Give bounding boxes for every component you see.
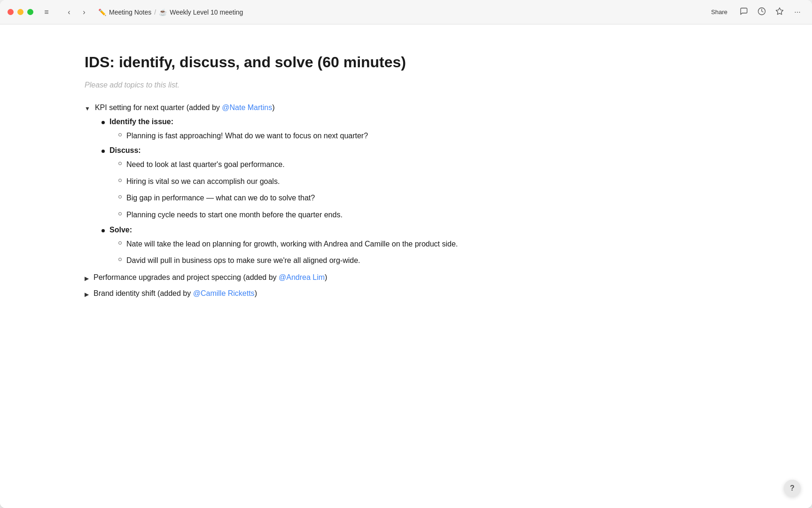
breadcrumb-child-label: Weekly Level 10 meeting (170, 8, 243, 16)
pencil-icon: ✏️ (98, 8, 106, 16)
topic-3-mention: @Camille Ricketts (193, 289, 255, 297)
list-item: Nate will take the lead on planning for … (118, 238, 756, 250)
discuss-item-2: Hiring is vital so we can accomplish our… (126, 175, 280, 188)
share-button[interactable]: Share (705, 6, 733, 18)
topic-list: ▼ KPI setting for next quarter (added by… (85, 103, 756, 299)
list-item: ▼ KPI setting for next quarter (added by… (85, 103, 756, 267)
more-icon: ··· (794, 8, 800, 16)
traffic-lights (8, 9, 33, 15)
section-identify-header: Identify the issue: (102, 118, 756, 126)
topic-1-mention: @Nate Martins (222, 103, 272, 111)
circle-bullet-icon (118, 241, 122, 245)
chevron-down-icon: ▼ (85, 105, 90, 112)
identify-items: Planning is fast approaching! What do we… (118, 130, 756, 142)
breadcrumb-parent[interactable]: ✏️ Meeting Notes (98, 8, 151, 16)
titlebar: ≡ ‹ › ✏️ Meeting Notes / ☕ Weekly Level … (0, 0, 812, 24)
circle-bullet-icon (118, 162, 122, 165)
section-solve-header: Solve: (102, 226, 756, 234)
sidebar-toggle[interactable]: ≡ (40, 6, 53, 19)
topic-1-sections: Identify the issue: Planning is fast app… (102, 118, 756, 267)
minimize-button[interactable] (17, 9, 23, 15)
back-icon: ‹ (68, 8, 70, 16)
list-item: Planning cycle needs to start one month … (118, 209, 756, 221)
list-item: Hiring is vital so we can accomplish our… (118, 175, 756, 188)
topic-1-header[interactable]: ▼ KPI setting for next quarter (added by… (85, 103, 756, 113)
topic-2-label: Performance upgrades and project speccin… (94, 273, 327, 282)
list-item: Big gap in performance — what can we do … (118, 192, 756, 204)
bullet-icon (102, 229, 105, 232)
history-button[interactable] (755, 5, 769, 19)
coffee-icon: ☕ (159, 8, 167, 16)
circle-bullet-icon (118, 212, 122, 215)
circle-bullet-icon (118, 133, 122, 136)
svg-marker-1 (776, 8, 783, 14)
discuss-item-1: Need to look at last quarter's goal perf… (126, 159, 285, 171)
breadcrumb-child[interactable]: ☕ Weekly Level 10 meeting (159, 8, 243, 16)
more-button[interactable]: ··· (790, 5, 804, 19)
comment-button[interactable] (737, 5, 751, 19)
section-discuss: Discuss: Need to look at last quarter's … (102, 146, 756, 221)
forward-button[interactable]: › (78, 6, 91, 19)
maximize-button[interactable] (27, 9, 33, 15)
titlebar-actions: Share (705, 5, 804, 19)
identify-item-1: Planning is fast approaching! What do we… (126, 130, 368, 142)
star-button[interactable] (773, 5, 787, 19)
list-item: David will pull in business ops to make … (118, 254, 756, 267)
list-item: ▶ Brand identity shift (added by @Camill… (85, 288, 756, 299)
chevron-right-icon: ▶ (85, 291, 89, 298)
bullet-icon (102, 150, 105, 153)
topic-2-header[interactable]: ▶ Performance upgrades and project specc… (85, 272, 756, 283)
page-subtitle: Please add topics to this list. (85, 81, 756, 89)
discuss-item-3: Big gap in performance — what can we do … (126, 192, 315, 204)
circle-bullet-icon (118, 258, 122, 261)
list-item: Need to look at last quarter's goal perf… (118, 159, 756, 171)
sidebar-icon: ≡ (44, 8, 48, 16)
topic-3-label: Brand identity shift (added by @Camille … (94, 289, 257, 298)
solve-items: Nate will take the lead on planning for … (118, 238, 756, 267)
breadcrumb-parent-label: Meeting Notes (109, 8, 151, 16)
close-button[interactable] (8, 9, 14, 15)
solve-item-1: Nate will take the lead on planning for … (126, 238, 458, 250)
star-icon (775, 7, 784, 17)
discuss-items: Need to look at last quarter's goal perf… (118, 159, 756, 221)
nav-buttons: ‹ › (62, 6, 91, 19)
breadcrumb: ✏️ Meeting Notes / ☕ Weekly Level 10 mee… (98, 8, 243, 16)
chevron-right-icon: ▶ (85, 275, 89, 282)
discuss-item-4: Planning cycle needs to start one month … (126, 209, 343, 221)
section-discuss-header: Discuss: (102, 146, 756, 155)
history-icon (757, 7, 766, 17)
forward-icon: › (83, 8, 85, 16)
help-label: ? (790, 484, 795, 492)
list-item: Planning is fast approaching! What do we… (118, 130, 756, 142)
comment-icon (740, 7, 748, 17)
circle-bullet-icon (118, 179, 122, 182)
content-area: IDS: identify, discuss, and solve (60 mi… (0, 24, 812, 508)
topic-3-header[interactable]: ▶ Brand identity shift (added by @Camill… (85, 288, 756, 299)
breadcrumb-separator: / (154, 8, 156, 16)
topic-1-label: KPI setting for next quarter (added by @… (95, 103, 275, 112)
page-title: IDS: identify, discuss, and solve (60 mi… (85, 53, 756, 72)
circle-bullet-icon (118, 195, 122, 198)
section-discuss-label: Discuss: (109, 146, 141, 155)
topic-2-mention: @Andrea Lim (279, 273, 325, 281)
back-button[interactable]: ‹ (62, 6, 76, 19)
section-identify: Identify the issue: Planning is fast app… (102, 118, 756, 142)
solve-item-2: David will pull in business ops to make … (126, 254, 360, 267)
app-window: ≡ ‹ › ✏️ Meeting Notes / ☕ Weekly Level … (0, 0, 812, 508)
help-button[interactable]: ? (784, 480, 801, 497)
section-solve: Solve: Nate will take the lead on planni… (102, 226, 756, 267)
list-item: ▶ Performance upgrades and project specc… (85, 272, 756, 283)
section-identify-label: Identify the issue: (109, 118, 173, 126)
bullet-icon (102, 121, 105, 124)
section-solve-label: Solve: (109, 226, 132, 234)
